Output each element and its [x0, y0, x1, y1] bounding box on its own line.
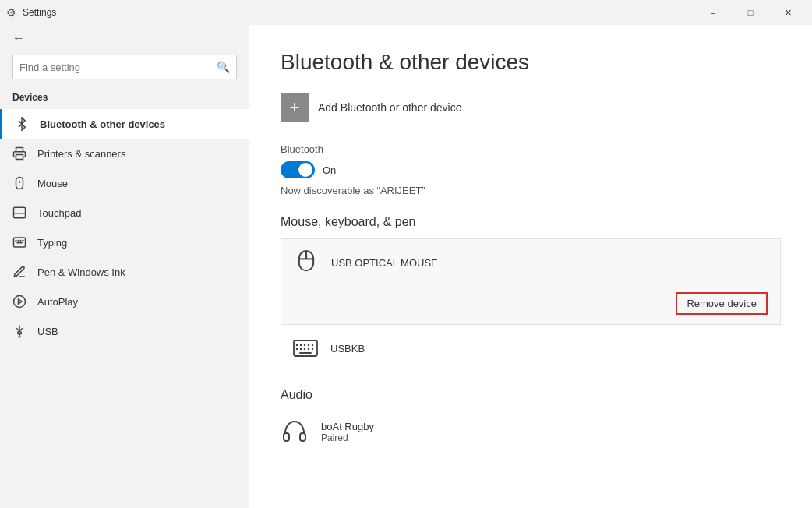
- bluetooth-toggle-label: On: [323, 164, 336, 176]
- sidebar-item-touchpad[interactable]: Touchpad: [0, 198, 249, 228]
- bluetooth-icon: [15, 117, 29, 131]
- toggle-knob: [298, 163, 312, 177]
- bluetooth-toggle[interactable]: [281, 161, 315, 178]
- printer-icon: [12, 146, 26, 161]
- sidebar-item-autoplay-label: AutoPlay: [37, 296, 78, 308]
- add-device-label: Add Bluetooth or other device: [318, 101, 461, 114]
- audio-info: boAt Rugby Paired: [321, 421, 374, 443]
- sidebar-item-bluetooth-label: Bluetooth & other devices: [40, 118, 165, 130]
- sidebar-item-usb-label: USB: [37, 326, 58, 337]
- sidebar-item-touchpad-label: Touchpad: [37, 207, 81, 219]
- usb-mouse-card: USB OPTICAL MOUSE Remove device: [281, 238, 781, 325]
- boat-rugby-device: boAt Rugby Paired: [281, 411, 781, 452]
- headphones-icon: [281, 418, 309, 446]
- add-device-icon: +: [281, 93, 309, 122]
- minimize-button[interactable]: –: [695, 0, 731, 25]
- usb-mouse-name: USB OPTICAL MOUSE: [331, 257, 438, 269]
- bluetooth-toggle-row: On: [281, 161, 781, 178]
- sidebar-item-printers-label: Printers & scanners: [37, 148, 125, 160]
- keyboard-device-icon: [293, 334, 318, 362]
- svg-rect-33: [300, 433, 305, 441]
- maximize-button[interactable]: □: [733, 0, 768, 25]
- title-bar-left: ⚙ Settings: [6, 6, 56, 19]
- title-bar-controls: – □ ✕: [695, 0, 806, 25]
- sidebar-item-bluetooth[interactable]: Bluetooth & other devices: [0, 109, 249, 139]
- audio-section-title: Audio: [281, 388, 781, 402]
- mouse-keyboard-section-title: Mouse, keyboard, & pen: [281, 215, 781, 229]
- usbkb-name: USBKB: [330, 343, 365, 355]
- plus-icon: +: [290, 99, 300, 116]
- sidebar-item-autoplay[interactable]: AutoPlay: [0, 287, 249, 316]
- title-bar-title: Settings: [23, 7, 56, 18]
- pen-icon: [12, 265, 26, 279]
- svg-point-11: [14, 296, 26, 308]
- sidebar-item-typing[interactable]: Typing: [0, 228, 249, 257]
- sidebar-item-usb[interactable]: USB: [0, 316, 249, 346]
- usb-mouse-card-inner: USB OPTICAL MOUSE: [281, 239, 780, 286]
- bluetooth-section-label: Bluetooth: [281, 143, 781, 155]
- svg-rect-0: [16, 155, 23, 160]
- typing-icon: [12, 235, 26, 249]
- search-input[interactable]: [19, 62, 217, 73]
- touchpad-icon: [12, 206, 26, 220]
- sidebar-item-pen-label: Pen & Windows Ink: [37, 266, 125, 278]
- add-device-button[interactable]: + Add Bluetooth or other device: [281, 93, 781, 122]
- svg-rect-32: [284, 433, 289, 441]
- remove-device-button[interactable]: Remove device: [676, 292, 768, 315]
- sidebar-item-printers[interactable]: Printers & scanners: [0, 139, 249, 168]
- usb-icon: [12, 324, 26, 338]
- svg-marker-12: [19, 299, 23, 304]
- search-icon[interactable]: 🔍: [217, 61, 230, 73]
- page-title: Bluetooth & other devices: [281, 50, 781, 75]
- title-bar: ⚙ Settings – □ ✕: [0, 0, 812, 25]
- audio-device-status: Paired: [321, 432, 374, 443]
- sidebar: ← 🔍 Devices Bluetooth & other devices: [0, 25, 249, 508]
- mouse-icon: [12, 176, 26, 190]
- settings-icon: ⚙: [6, 6, 16, 19]
- mouse-device-icon: [294, 249, 319, 277]
- device-actions: Remove device: [281, 286, 780, 324]
- sidebar-section-label: Devices: [0, 89, 249, 109]
- search-box: 🔍: [12, 55, 237, 79]
- usbkb-device: USBKB: [281, 325, 781, 372]
- back-arrow-icon: ←: [12, 31, 25, 45]
- sidebar-item-mouse-label: Mouse: [37, 178, 68, 189]
- content-area: Bluetooth & other devices + Add Bluetoot…: [249, 25, 812, 508]
- close-button[interactable]: ✕: [770, 0, 806, 25]
- main-layout: ← 🔍 Devices Bluetooth & other devices: [0, 25, 812, 508]
- sidebar-item-pen[interactable]: Pen & Windows Ink: [0, 257, 249, 287]
- svg-rect-13: [18, 332, 22, 334]
- back-button[interactable]: ←: [0, 25, 249, 51]
- autoplay-icon: [12, 295, 26, 309]
- audio-device-name: boAt Rugby: [321, 421, 374, 432]
- sidebar-item-typing-label: Typing: [37, 237, 67, 249]
- discoverable-text: Now discoverable as “ARIJEET”: [281, 185, 781, 196]
- sidebar-item-mouse[interactable]: Mouse: [0, 168, 249, 198]
